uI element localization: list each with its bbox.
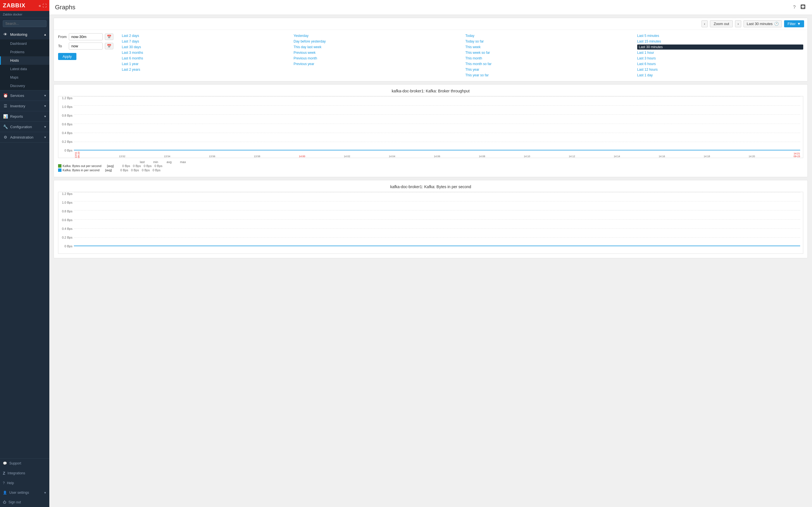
sidebar-item-integrations[interactable]: Z Integrations: [0, 468, 49, 478]
sidebar-label-configuration: Configuration: [10, 125, 42, 129]
configuration-icon: 🔧: [3, 124, 8, 129]
quick-link-yesterday[interactable]: Yesterday: [294, 33, 460, 38]
from-calendar-button[interactable]: 📅: [105, 34, 113, 40]
quick-link-last1day[interactable]: Last 1 day: [637, 73, 803, 78]
fullscreen-icon[interactable]: ⛶: [43, 3, 47, 8]
sidebar-item-dashboard[interactable]: Dashboard: [0, 40, 49, 48]
sidebar-section-header-configuration[interactable]: 🔧 Configuration ▼: [0, 122, 49, 132]
administration-chevron-icon: ▼: [44, 136, 47, 139]
sidebar-section-header-monitoring[interactable]: 👁 Monitoring ▲: [0, 29, 49, 40]
quick-link-prevyear[interactable]: Previous year: [294, 61, 460, 66]
from-input[interactable]: [69, 33, 103, 40]
sidebar-section-header-administration[interactable]: ⚙ Administration ▼: [0, 132, 49, 142]
sidebar-section-header-services[interactable]: ⏰ Services ▼: [0, 91, 49, 101]
legend-type-1: [avg]: [107, 164, 114, 168]
graph-1-y-axis: 1.2 Bps 1.0 Bps 0.8 Bps 0.6 Bps 0.4 Bps …: [58, 96, 74, 152]
to-label: To: [58, 44, 66, 48]
quick-link-last6hours[interactable]: Last 6 hours: [637, 61, 803, 66]
zoom-next-button[interactable]: ›: [735, 20, 741, 27]
sidebar-item-help[interactable]: ? Help: [0, 478, 49, 488]
sidebar-item-latest-data[interactable]: Latest data: [0, 65, 49, 73]
sidebar-item-support[interactable]: 💬 Support: [0, 459, 49, 468]
quick-link-thismonth[interactable]: This month: [465, 56, 631, 61]
quick-link-thisyearsofar[interactable]: This year so far: [465, 73, 631, 78]
page-title: Graphs: [55, 4, 75, 11]
graph-1-area[interactable]: 1.2 Bps 1.0 Bps 0.8 Bps 0.6 Bps 0.4 Bps …: [58, 96, 803, 158]
time-input-section: From 📅 To 📅 Apply: [58, 33, 113, 60]
quick-link-thisdaylastweek[interactable]: This day last week: [294, 45, 460, 50]
graph-2-title: kafka-doc-broker1: Kafka: Bytes in per s…: [58, 184, 803, 189]
quick-link-last5min[interactable]: Last 5 minutes: [637, 33, 803, 38]
sidebar-item-maps[interactable]: Maps: [0, 73, 49, 82]
sidebar-section-header-reports[interactable]: 📊 Reports ▼: [0, 111, 49, 121]
zoom-prev-button[interactable]: ‹: [702, 20, 708, 27]
quick-link-thismonthsofar[interactable]: This month so far: [465, 61, 631, 66]
sidebar-section-header-inventory[interactable]: ☰ Inventory ▼: [0, 101, 49, 111]
user-settings-label: User settings: [9, 491, 29, 495]
quick-link-last6months[interactable]: Last 6 months: [122, 56, 288, 61]
sidebar-item-problems[interactable]: Problems: [0, 48, 49, 56]
support-label: Support: [9, 461, 21, 465]
graph-1-plot: [74, 96, 800, 151]
help-header-icon[interactable]: ?: [792, 4, 797, 11]
zabbix-logo[interactable]: ZABBIX: [3, 2, 26, 9]
header-actions: ?: [792, 3, 806, 11]
quick-link-thisweeksofar[interactable]: This week so far: [465, 50, 631, 55]
graph-2-area[interactable]: 1.2 Bps 1.0 Bps 0.8 Bps 0.6 Bps 0.4 Bps …: [58, 192, 803, 254]
sidebar-section-administration: ⚙ Administration ▼: [0, 132, 49, 143]
quick-link-last1hour[interactable]: Last 1 hour: [637, 50, 803, 55]
filter-button[interactable]: Filter ▼: [784, 20, 804, 27]
reports-chevron-icon: ▼: [44, 115, 47, 118]
svg-rect-0: [801, 5, 805, 9]
support-icon: 💬: [3, 461, 7, 465]
quick-link-last1year[interactable]: Last 1 year: [122, 61, 288, 66]
quick-link-thisyear[interactable]: This year: [465, 67, 631, 72]
quick-link-last2days[interactable]: Last 2 days: [122, 33, 288, 38]
sidebar-label-administration: Administration: [10, 135, 42, 139]
quick-link-prevmonth[interactable]: Previous month: [294, 56, 460, 61]
apply-button[interactable]: Apply: [58, 53, 77, 60]
quick-link-last12hours[interactable]: Last 12 hours: [637, 67, 803, 72]
quick-link-prevweek[interactable]: Previous week: [294, 50, 460, 55]
user-settings-chevron-icon: ▼: [44, 491, 47, 494]
quick-link-last7days[interactable]: Last 7 days: [122, 39, 288, 44]
fullscreen-header-icon[interactable]: [800, 3, 806, 11]
graph-2-data-line: [74, 245, 800, 246]
from-row: From 📅: [58, 33, 113, 40]
search-input[interactable]: [3, 20, 47, 27]
services-chevron-icon: ▼: [44, 94, 47, 97]
quick-link-daybefore[interactable]: Day before yesterday: [294, 39, 460, 44]
legend-label-1: Kafka: Bytes out per second: [63, 164, 101, 168]
monitoring-icon: 👁: [3, 32, 8, 37]
graph-1-x-axis: 13:5109-23 13:52 13:54 13:56 13:58 14:00…: [74, 151, 800, 158]
sidebar-label-inventory: Inventory: [10, 104, 42, 108]
graph-1-title: kafka-doc-broker1: Kafka: Broker through…: [58, 89, 803, 93]
quick-link-last2years[interactable]: Last 2 years: [122, 67, 288, 72]
sidebar-item-discovery[interactable]: Discovery: [0, 82, 49, 90]
legend-color-1: [58, 164, 61, 168]
quick-link-todaysofar[interactable]: Today so far: [465, 39, 631, 44]
sidebar-section-inventory: ☰ Inventory ▼: [0, 101, 49, 111]
sidebar-item-user-settings[interactable]: 👤 User settings ▼: [0, 488, 49, 497]
quick-link-last30days[interactable]: Last 30 days: [122, 45, 288, 50]
time-display: Last 30 minutes 🕐: [744, 20, 782, 27]
legend-color-2: [58, 168, 61, 172]
sidebar-item-hosts[interactable]: Hosts: [0, 56, 49, 65]
sidebar-label-reports: Reports: [10, 114, 42, 119]
quick-link-last15min[interactable]: Last 15 minutes: [637, 39, 803, 44]
quick-link-last3months[interactable]: Last 3 months: [122, 50, 288, 55]
monitoring-sub-items: Dashboard Problems Hosts Latest data Map…: [0, 40, 49, 90]
quick-link-today[interactable]: Today: [465, 33, 631, 38]
to-input[interactable]: [69, 43, 103, 50]
help-label: Help: [7, 481, 14, 485]
sidebar-item-sign-out[interactable]: ⏻ Sign out: [0, 497, 49, 507]
inventory-icon: ☰: [3, 104, 8, 108]
to-calendar-button[interactable]: 📅: [105, 43, 113, 49]
quick-link-last30min[interactable]: Last 30 minutes: [637, 45, 803, 50]
main-header: Graphs ?: [49, 0, 812, 15]
collapse-sidebar-icon[interactable]: «: [39, 3, 41, 8]
quick-link-last3hours[interactable]: Last 3 hours: [637, 56, 803, 61]
to-row: To 📅: [58, 43, 113, 50]
zoom-out-button[interactable]: Zoom out: [710, 20, 733, 27]
quick-link-thisweek[interactable]: This week: [465, 45, 631, 50]
